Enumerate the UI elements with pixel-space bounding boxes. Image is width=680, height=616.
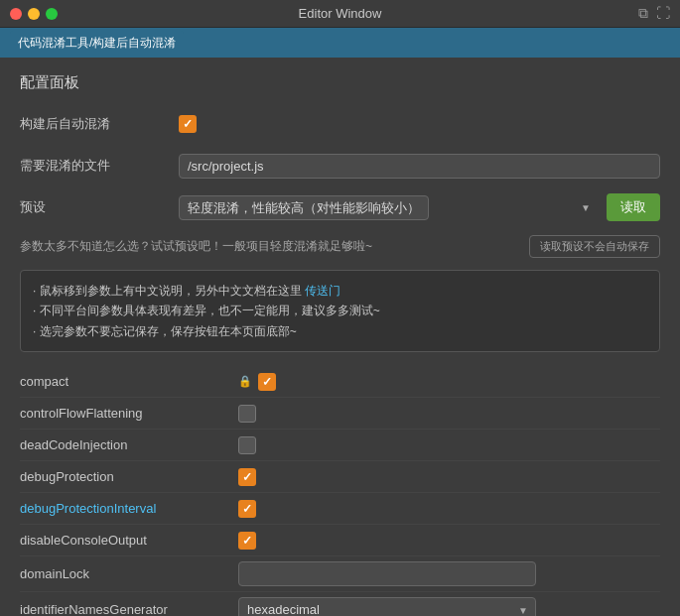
param-value-disableConsoleOutput: ✓ [238,532,660,550]
select-identifierNamesGenerator[interactable]: hexadecimalmangledmangled-shuffleddictio… [238,597,536,616]
checkbox-deadCodeInjection[interactable] [238,436,256,454]
lock-icon: 🔒 [238,375,252,388]
files-row: 需要混淆的文件 [20,152,660,180]
param-value-debugProtection: ✓ [238,468,660,486]
input-domainLock[interactable] [238,561,536,586]
main-content: 配置面板 构建后自动混淆 ✓ 需要混淆的文件 预设 轻度混淆，性能较高（对性能影… [0,58,680,616]
expand-icon[interactable]: ⛶ [656,5,670,22]
files-input[interactable] [179,154,660,179]
info-line2: · 不同平台间参数具体表现有差异，也不一定能用，建议多多测试~ [33,301,647,320]
title-bar: Editor Window ⧉ ⛶ [0,0,680,28]
preset-label: 预设 [20,198,179,216]
checkbox-debugProtectionInterval[interactable]: ✓ [238,500,256,518]
tab-bar: 代码混淆工具/构建后自动混淆 [0,28,680,58]
info-box: · 鼠标移到参数上有中文说明，另外中文文档在这里 传送门 · 不同平台间参数具体… [20,270,660,352]
param-name-domainLock: domainLock [20,566,238,581]
tab-obfuscation[interactable]: 代码混淆工具/构建后自动混淆 [10,31,184,56]
hint-text: 参数太多不知道怎么选？试试预设吧！一般项目轻度混淆就足够啦~ [20,238,372,255]
maximize-button[interactable] [46,8,58,20]
param-name-controlFlowFlattening: controlFlowFlattening [20,406,238,421]
info-line3: · 选完参数不要忘记保存，保存按钮在本页面底部~ [33,321,647,341]
param-value-domainLock [238,561,660,586]
auto-obfuscate-row: 构建后自动混淆 ✓ [20,110,660,138]
auto-obfuscate-control: ✓ [179,115,660,133]
param-row: identifierNamesGeneratorhexadecimalmangl… [20,592,660,616]
param-row: domainLock [20,556,660,592]
preset-select[interactable]: 轻度混淆，性能较高（对性能影响较小） [179,195,429,220]
param-section: compact🔒✓controlFlowFlatteningdeadCodeIn… [20,366,660,616]
info-line1: · 鼠标移到参数上有中文说明，另外中文文档在这里 传送门 [33,281,647,301]
minimize-button[interactable] [28,8,40,20]
preset-control: 轻度混淆，性能较高（对性能影响较小） 读取 [179,193,660,221]
info-link[interactable]: 传送门 [305,284,340,298]
param-name-disableConsoleOutput: disableConsoleOutput [20,533,238,548]
close-button[interactable] [10,8,22,20]
hint-row: 参数太多不知道怎么选？试试预设吧！一般项目轻度混淆就足够啦~ 读取预设不会自动保… [20,235,660,258]
param-name-compact: compact [20,374,238,389]
auto-obfuscate-checkbox[interactable]: ✓ [179,115,197,133]
checkbox-compact[interactable]: ✓ [258,373,276,391]
read-preset-button[interactable]: 读取 [607,193,660,221]
files-label: 需要混淆的文件 [20,157,179,175]
auto-obfuscate-label: 构建后自动混淆 [20,115,179,133]
read-hint-button[interactable]: 读取预设不会自动保存 [529,235,660,258]
param-value-controlFlowFlattening [238,405,660,423]
param-row: disableConsoleOutput✓ [20,525,660,556]
param-row: debugProtectionInterval✓ [20,493,660,525]
traffic-lights [10,8,58,20]
param-name-debugProtection: debugProtection [20,469,238,484]
param-row: deadCodeInjection [20,430,660,461]
param-value-debugProtectionInterval: ✓ [238,500,660,518]
param-name-deadCodeInjection: deadCodeInjection [20,437,238,452]
title-bar-icons: ⧉ ⛶ [638,5,670,22]
preset-select-wrapper: 轻度混淆，性能较高（对性能影响较小） [179,195,599,220]
checkbox-controlFlowFlattening[interactable] [238,405,256,423]
param-value-deadCodeInjection [238,436,660,454]
copy-icon[interactable]: ⧉ [638,5,648,22]
param-row: debugProtection✓ [20,461,660,493]
checkbox-debugProtection[interactable]: ✓ [238,468,256,486]
section-title: 配置面板 [20,73,660,92]
param-name-debugProtectionInterval: debugProtectionInterval [20,501,238,516]
select-wrapper-identifierNamesGenerator: hexadecimalmangledmangled-shuffleddictio… [238,597,536,616]
param-name-identifierNamesGenerator: identifierNamesGenerator [20,602,238,616]
preset-row: 预设 轻度混淆，性能较高（对性能影响较小） 读取 [20,193,660,221]
param-row: compact🔒✓ [20,366,660,398]
window-title: Editor Window [299,6,382,21]
files-control [179,154,660,179]
param-row: controlFlowFlattening [20,398,660,430]
param-value-compact: 🔒✓ [238,373,660,391]
checkbox-disableConsoleOutput[interactable]: ✓ [238,532,256,550]
param-value-identifierNamesGenerator: hexadecimalmangledmangled-shuffleddictio… [238,597,660,616]
